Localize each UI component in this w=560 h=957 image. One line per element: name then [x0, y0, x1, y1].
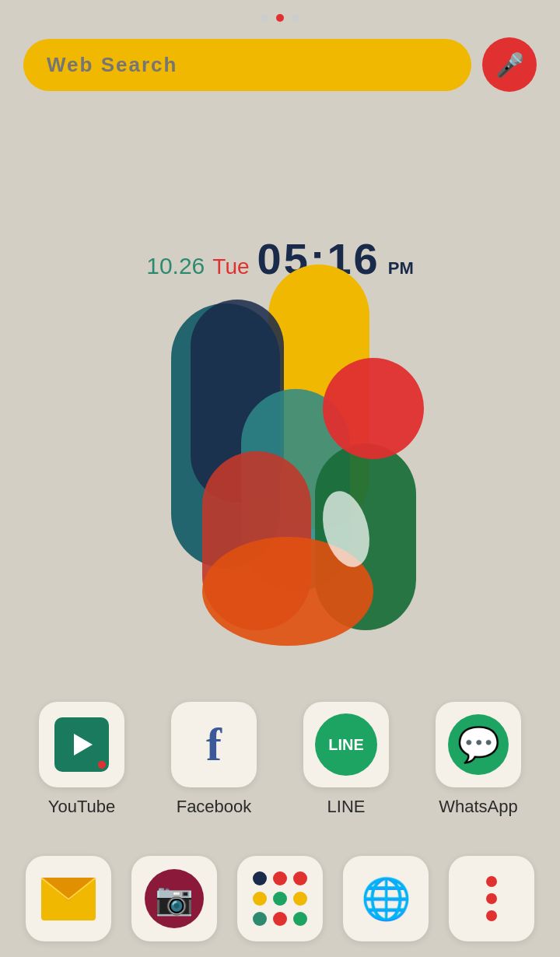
dot-6 [293, 892, 307, 906]
line-text: LINE [328, 736, 364, 754]
app-line[interactable]: LINE LINE [292, 702, 401, 817]
dock-apps[interactable] [237, 856, 323, 941]
dock: 📷 🌐 [0, 856, 560, 941]
globe-icon: 🌐 [361, 875, 411, 923]
svg-point-6 [323, 358, 424, 459]
indicator-3[interactable] [292, 14, 299, 22]
youtube-label: YouTube [48, 797, 115, 817]
whatsapp-label: WhatsApp [439, 797, 518, 817]
dot-4 [253, 892, 267, 906]
facebook-label: Facebook [177, 797, 252, 817]
more-icon [486, 876, 497, 921]
dock-camera[interactable]: 📷 [131, 856, 217, 941]
facebook-icon: f [206, 718, 222, 772]
wallpaper-art [132, 257, 428, 646]
whatsapp-bubble-icon: 💬 [457, 724, 500, 765]
app-facebook[interactable]: f Facebook [159, 702, 268, 817]
youtube-play-icon [74, 734, 93, 755]
youtube-icon [54, 717, 109, 772]
facebook-icon-wrapper[interactable]: f [171, 702, 257, 787]
more-dot-1 [486, 876, 497, 887]
camera-icon: 📷 [145, 869, 204, 928]
mail-icon [41, 878, 96, 920]
app-whatsapp[interactable]: 💬 WhatsApp [424, 702, 533, 817]
more-dot-2 [486, 893, 497, 904]
search-input[interactable] [23, 39, 471, 91]
dot-2 [273, 871, 287, 885]
dock-mail[interactable] [26, 856, 111, 941]
whatsapp-icon: 💬 [448, 714, 509, 775]
apps-dots-icon [253, 871, 307, 926]
dot-7 [253, 912, 267, 926]
dot-5 [273, 892, 287, 906]
line-icon-wrapper[interactable]: LINE [303, 702, 389, 787]
youtube-dot-icon [98, 761, 106, 769]
dock-browser[interactable]: 🌐 [343, 856, 429, 941]
camera-glyph: 📷 [155, 881, 194, 917]
search-bar-area: 🎤 [0, 22, 560, 92]
app-youtube[interactable]: YouTube [27, 702, 136, 817]
youtube-icon-wrapper[interactable] [39, 702, 124, 787]
app-grid: YouTube f Facebook LINE LINE 💬 WhatsApp [0, 702, 560, 817]
indicator-2[interactable] [276, 14, 284, 22]
more-dot-3 [486, 910, 497, 921]
mic-icon: 🎤 [495, 51, 524, 79]
dot-9 [293, 912, 307, 926]
indicator-1[interactable] [261, 14, 268, 22]
whatsapp-icon-wrapper[interactable]: 💬 [436, 702, 521, 787]
dot-3 [293, 871, 307, 885]
dock-more[interactable] [449, 856, 534, 941]
dot-1 [253, 871, 267, 885]
line-icon: LINE [315, 713, 377, 776]
page-indicators [0, 0, 560, 22]
mic-button[interactable]: 🎤 [482, 37, 537, 92]
line-label: LINE [327, 797, 366, 817]
dot-8 [273, 912, 287, 926]
